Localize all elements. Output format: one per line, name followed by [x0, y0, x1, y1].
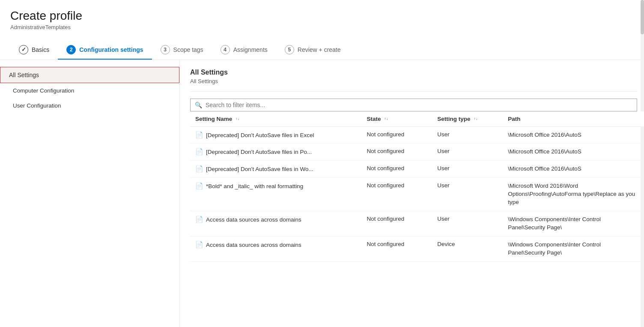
main-content: All Settings Computer Configuration User…: [0, 60, 644, 327]
wizard-tabs: ✓ Basics 2 Configuration settings 3 Scop…: [0, 35, 644, 60]
cell-setting-type: User: [432, 144, 503, 161]
table-row[interactable]: 📄[Deprecated] Don't AutoSave files in Ex…: [190, 126, 644, 144]
search-container: 🔍: [190, 99, 637, 111]
doc-icon: 📄: [195, 216, 203, 223]
search-icon: 🔍: [195, 102, 202, 108]
cell-state: Not configured: [361, 211, 432, 236]
cell-path: \Microsoft Office 2016\AutoS: [503, 161, 644, 178]
sort-arrows-name[interactable]: ↑↓: [236, 117, 239, 121]
sidebar-item-label-user: User Configuration: [13, 102, 61, 109]
doc-icon: 📄: [195, 182, 203, 189]
doc-icon: 📄: [195, 165, 203, 172]
tab-label-assignments: Assignments: [233, 46, 268, 53]
tab-scope[interactable]: 3 Scope tags: [152, 41, 212, 60]
setting-name-text: [Deprecated] Don't AutoSave files in Wo.…: [206, 166, 313, 172]
tab-label-basics: Basics: [32, 46, 49, 53]
sidebar-item-label-all: All Settings: [9, 72, 39, 78]
cell-setting-type: User: [432, 161, 503, 178]
content-area: All Settings All Settings 🔍 Setting Name: [180, 60, 644, 327]
cell-setting-name: 📄[Deprecated] Don't AutoSave files in Wo…: [190, 161, 361, 178]
cell-setting-type: Device: [432, 236, 503, 261]
table-row[interactable]: 📄[Deprecated] Don't AutoSave files in Po…: [190, 144, 644, 161]
cell-setting-type: User: [432, 178, 503, 211]
sort-arrows-state[interactable]: ↑↓: [384, 117, 388, 121]
table-wrapper: Setting Name ↑↓ State ↑↓: [190, 111, 644, 327]
cell-state: Not configured: [361, 236, 432, 261]
col-header-path: Path: [503, 111, 644, 127]
cell-setting-name: 📄Access data sources across domains: [190, 236, 361, 261]
content-title: All Settings: [190, 69, 644, 76]
col-header-state: State ↑↓: [361, 111, 432, 127]
col-header-type: Setting type ↑↓: [432, 111, 503, 127]
tab-basics[interactable]: ✓ Basics: [10, 41, 58, 60]
sidebar: All Settings Computer Configuration User…: [0, 60, 180, 327]
content-divider: [190, 91, 637, 92]
sidebar-item-user-config[interactable]: User Configuration: [0, 98, 179, 113]
sidebar-item-computer-config[interactable]: Computer Configuration: [0, 83, 179, 98]
cell-setting-type: User: [432, 211, 503, 236]
cell-setting-name: 📄[Deprecated] Don't AutoSave files in Ex…: [190, 126, 361, 144]
table-row[interactable]: 📄Access data sources across domainsNot c…: [190, 236, 644, 261]
tab-label-scope: Scope tags: [173, 46, 203, 53]
setting-name-text: Access data sources across domains: [206, 216, 301, 223]
cell-state: Not configured: [361, 178, 432, 211]
setting-name-text: [Deprecated] Don't AutoSave files in Po.…: [206, 149, 312, 155]
sidebar-item-label-computer: Computer Configuration: [13, 87, 74, 94]
cell-state: Not configured: [361, 144, 432, 161]
cell-state: Not configured: [361, 126, 432, 144]
tab-circle-assignments: 4: [221, 45, 230, 54]
doc-icon: 📄: [195, 131, 203, 138]
cell-path: \Windows Components\Inter Control Panel\…: [503, 211, 644, 236]
content-breadcrumb: All Settings: [190, 78, 644, 84]
tab-circle-review: 5: [285, 45, 294, 54]
settings-table: Setting Name ↑↓ State ↑↓: [190, 111, 644, 262]
doc-icon: 📄: [195, 241, 203, 248]
sort-arrows-type[interactable]: ↑↓: [474, 117, 478, 121]
tab-circle-basics: ✓: [19, 45, 28, 54]
doc-icon: 📄: [195, 148, 203, 155]
setting-name-text: [Deprecated] Don't AutoSave files in Exc…: [206, 132, 314, 138]
table-row[interactable]: 📄[Deprecated] Don't AutoSave files in Wo…: [190, 161, 644, 178]
table-row[interactable]: 📄Access data sources across domainsNot c…: [190, 211, 644, 236]
tab-assignments[interactable]: 4 Assignments: [212, 41, 276, 60]
header: Create profile AdministrativeTemplates: [0, 0, 644, 35]
setting-name-text: *Bold* and _italic_ with real formatting: [206, 183, 303, 189]
tab-circle-configuration: 2: [66, 45, 76, 54]
setting-name-text: Access data sources across domains: [206, 242, 301, 248]
tab-label-review: Review + create: [298, 46, 341, 53]
tab-circle-scope: 3: [161, 45, 170, 54]
cell-setting-name: 📄Access data sources across domains: [190, 211, 361, 236]
col-header-name: Setting Name ↑↓: [190, 111, 361, 127]
cell-state: Not configured: [361, 161, 432, 178]
table-row[interactable]: 📄*Bold* and _italic_ with real formattin…: [190, 178, 644, 211]
search-input[interactable]: [206, 102, 632, 108]
cell-path: \Microsoft Word 2016\Word Options\Proofi…: [503, 178, 644, 211]
cell-setting-name: 📄[Deprecated] Don't AutoSave files in Po…: [190, 144, 361, 161]
cell-setting-type: User: [432, 126, 503, 144]
tab-label-configuration: Configuration settings: [79, 46, 143, 53]
cell-path: \Microsoft Office 2016\AutoS: [503, 144, 644, 161]
scrollbar-track[interactable]: [641, 60, 644, 327]
page-title: Create profile: [10, 9, 634, 23]
sidebar-item-all-settings[interactable]: All Settings: [0, 67, 179, 83]
tab-review[interactable]: 5 Review + create: [276, 41, 349, 60]
cell-path: \Microsoft Office 2016\AutoS: [503, 126, 644, 144]
cell-setting-name: 📄*Bold* and _italic_ with real formattin…: [190, 178, 361, 211]
tab-configuration[interactable]: 2 Configuration settings: [58, 41, 152, 60]
cell-path: \Windows Components\Inter Control Panel\…: [503, 236, 644, 261]
page-subtitle: AdministrativeTemplates: [10, 24, 634, 30]
